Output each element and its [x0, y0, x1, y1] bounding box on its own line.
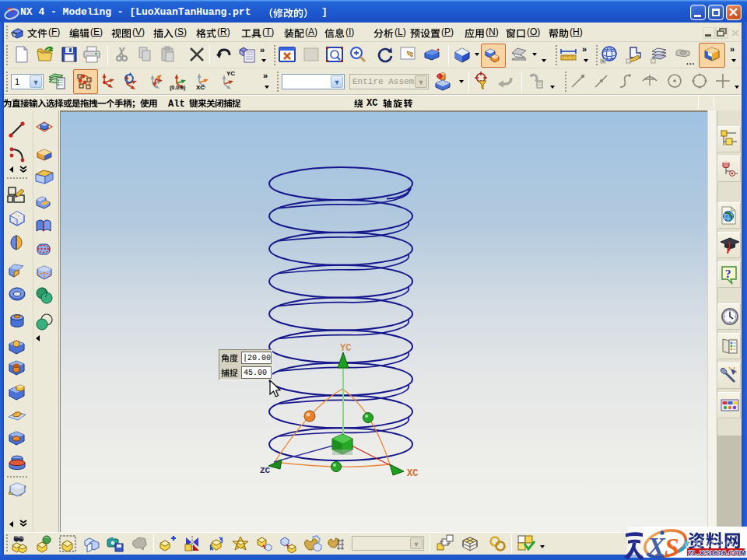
- svg-text:X: X: [647, 532, 666, 560]
- svg-text:YC: YC: [340, 343, 351, 354]
- svg-text:XC: XC: [407, 468, 418, 479]
- svg-text:?: ?: [725, 268, 731, 280]
- svg-text:ZC: ZC: [260, 466, 271, 475]
